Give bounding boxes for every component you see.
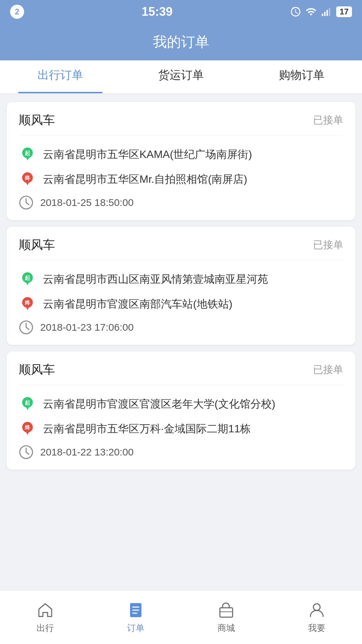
tab-travel[interactable]: 出行订单 [0,60,121,93]
svg-rect-5 [329,8,330,16]
order-to-row-3: 终 云南省昆明市五华区万科·金域国际二期11栋 [19,420,343,437]
svg-line-14 [26,203,29,205]
orders-icon [126,601,145,620]
end-location-icon-1: 终 [19,170,36,188]
order-to-row-2: 终 云南省昆明市官渡区南部汽车站(地铁站) [19,295,343,313]
mall-icon [217,601,236,620]
order-card-1-header: 顺风车 已接单 [19,112,343,136]
clock-icon-3 [19,445,34,460]
order-detail-3: 起 云南省昆明市官渡区官渡区老年大学(文化馆分校) 终 云南省昆明市五华区万科·… [19,395,343,460]
order-to-text-2: 云南省昆明市官渡区南部汽车站(地铁站) [43,297,232,312]
bottom-navigation: 出行 订单 商城 [0,590,362,644]
order-card-2[interactable]: 顺风车 已接单 起 云南省昆明市西山区南亚风情第壹城南亚星河苑 [7,227,355,345]
svg-rect-4 [326,10,328,16]
order-from-row-3: 起 云南省昆明市官渡区官渡区老年大学(文化馆分校) [19,395,343,413]
start-location-icon-3: 起 [19,395,36,413]
svg-rect-3 [324,12,325,16]
svg-marker-29 [26,431,29,435]
nav-item-me[interactable]: 我要 [272,601,362,634]
status-bar: 2 15:39 17 [0,0,362,23]
order-time-text-3: 2018-01-22 13:20:00 [40,446,134,458]
svg-text:终: 终 [24,175,31,181]
order-time-row-1: 2018-01-25 18:50:00 [19,195,343,210]
order-status-1: 已接单 [313,113,343,127]
order-time-text-2: 2018-01-23 17:06:00 [40,322,134,333]
clock-icon-1 [19,195,34,210]
start-location-icon-1: 起 [19,146,36,163]
order-type-1: 顺风车 [19,112,55,128]
order-from-text-2: 云南省昆明市西山区南亚风情第壹城南亚星河苑 [43,272,268,287]
nav-orders-label: 订单 [127,622,144,634]
profile-icon [307,601,326,620]
order-status-3: 已接单 [313,363,343,377]
battery-level: 17 [336,6,352,17]
nav-travel-label: 出行 [37,622,54,634]
page-header: 我的订单 [0,23,362,60]
order-to-text-1: 云南省昆明市五华区Mr.自拍照相馆(南屏店) [43,172,247,187]
order-from-row-1: 起 云南省昆明市五华区KAMA(世纪广场南屏街) [19,146,343,163]
tab-freight[interactable]: 货运订单 [121,60,241,93]
order-time-text-1: 2018-01-25 18:50:00 [40,197,134,208]
end-location-icon-3: 终 [19,420,36,437]
svg-line-23 [26,327,29,329]
svg-point-39 [313,604,320,610]
order-time-row-2: 2018-01-23 17:06:00 [19,320,343,335]
wifi-icon [305,6,317,17]
order-from-text-3: 云南省昆明市官渡区官渡区老年大学(文化馆分校) [43,396,275,412]
svg-text:起: 起 [24,150,31,156]
nav-item-travel[interactable]: 出行 [0,601,90,634]
order-to-text-3: 云南省昆明市五华区万科·金域国际二期11栋 [43,421,251,436]
svg-text:终: 终 [24,425,31,430]
order-list: 顺风车 已接单 起 云南省昆明市五华区KAMA(世纪广场南屏街) [0,94,362,590]
svg-marker-8 [26,157,29,161]
order-type-2: 顺风车 [19,237,55,253]
clock-icon-2 [19,320,34,335]
order-detail-1: 起 云南省昆明市五华区KAMA(世纪广场南屏街) 终 云南省昆明市五华区Mr.自… [19,146,343,210]
svg-marker-17 [26,282,29,285]
svg-text:终: 终 [24,300,31,306]
end-location-icon-2: 终 [19,295,36,313]
home-icon [36,601,55,620]
nav-me-label: 我要 [308,622,325,634]
alarm-icon [290,6,301,17]
nav-item-orders[interactable]: 订单 [90,601,181,634]
order-tabs: 出行订单 货运订单 购物订单 [0,60,362,94]
order-from-row-2: 起 云南省昆明市西山区南亚风情第壹城南亚星河苑 [19,270,343,288]
order-time-row-3: 2018-01-22 13:20:00 [19,445,343,460]
order-detail-2: 起 云南省昆明市西山区南亚风情第壹城南亚星河苑 终 云南省昆明市官渡区南部汽车站… [19,270,343,335]
order-from-text-1: 云南省昆明市五华区KAMA(世纪广场南屏街) [43,147,252,162]
order-status-2: 已接单 [313,238,343,252]
signal-icon [321,6,332,17]
notification-badge: 2 [10,5,24,19]
status-time: 15:39 [142,5,173,19]
nav-mall-label: 商城 [218,622,235,634]
order-type-3: 顺风车 [19,362,55,378]
svg-marker-11 [26,182,29,185]
page-title: 我的订单 [153,33,209,51]
start-location-icon-2: 起 [19,270,36,288]
svg-point-1 [298,7,299,9]
svg-point-0 [292,7,294,9]
order-card-3[interactable]: 顺风车 已接单 起 云南省昆明市官渡区官渡区老年大学(文化馆分校) [7,352,355,470]
svg-text:起: 起 [24,400,31,406]
status-icons: 17 [290,6,352,17]
nav-item-mall[interactable]: 商城 [181,601,272,634]
svg-marker-20 [26,307,29,310]
svg-rect-2 [322,14,323,16]
svg-text:起: 起 [24,275,31,281]
svg-line-32 [26,452,29,454]
order-card-3-header: 顺风车 已接单 [19,362,343,385]
order-card-2-header: 顺风车 已接单 [19,237,343,260]
order-to-row-1: 终 云南省昆明市五华区Mr.自拍照相馆(南屏店) [19,170,343,188]
order-card-1[interactable]: 顺风车 已接单 起 云南省昆明市五华区KAMA(世纪广场南屏街) [7,102,355,220]
svg-marker-26 [26,407,29,410]
svg-rect-37 [220,608,233,617]
tab-shopping[interactable]: 购物订单 [241,60,362,93]
